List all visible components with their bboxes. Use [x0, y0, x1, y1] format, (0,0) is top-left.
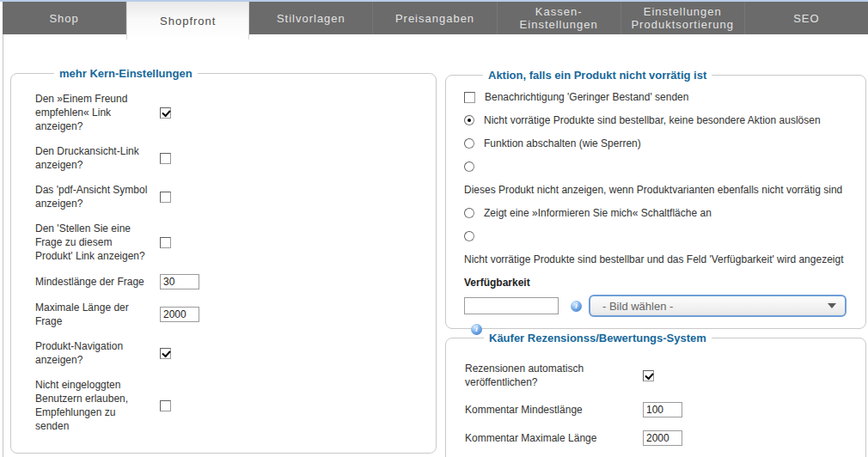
- setting-row: Kommentar Maximale Länge: [465, 430, 859, 446]
- setting-row: Den Druckansicht-Link anzeigen?: [35, 144, 429, 172]
- comment-min-length-input[interactable]: [643, 402, 682, 417]
- panel-reviews-legend: Käufer Rezensionss/Bewertungs-System: [484, 332, 712, 344]
- field-label: Nicht eingeloggten Benutzern erlauben, E…: [35, 378, 150, 433]
- radio-label-below: Dieses Produkt nicht anzeigen, wenn Prod…: [464, 183, 862, 197]
- print-view-checkbox[interactable]: [160, 153, 171, 164]
- radio-label-below: Nicht vorrätige Produkte sind bestellbar…: [464, 253, 862, 266]
- radio-row: [464, 229, 862, 243]
- radio-row: [464, 160, 862, 174]
- tab-shopfront[interactable]: Shopfront: [126, 2, 249, 40]
- panel-out-of-stock-legend: Aktion, falls ein Produkt nicht vorrätig…: [483, 69, 712, 82]
- panel-reviews: Käufer Rezensionss/Bewertungs-System Rez…: [445, 332, 866, 457]
- low-stock-notify-checkbox[interactable]: [464, 92, 475, 103]
- guest-recommend-checkbox[interactable]: [160, 400, 171, 411]
- tab-kassen-einstellungen[interactable]: Kassen-Einstellungen: [498, 2, 621, 34]
- tab-seo[interactable]: SEO: [745, 2, 868, 34]
- field-label: Produkt-Navigation anzeigen?: [35, 339, 150, 367]
- setting-row: Maximale Länge der Frage: [35, 301, 429, 328]
- question-max-length-input[interactable]: [160, 307, 199, 322]
- image-select-dropdown[interactable]: - Bild wählen -: [589, 295, 847, 317]
- setting-row: Rezensionen automatisch veröffentlichen?: [465, 362, 859, 389]
- field-label: Den Druckansicht-Link anzeigen?: [35, 144, 150, 172]
- field-label: Rezensionen automatisch veröffentlichen?: [465, 362, 637, 389]
- notify-me-button-radio[interactable]: [464, 208, 474, 218]
- recommend-friend-checkbox[interactable]: [160, 107, 171, 119]
- comment-max-length-input[interactable]: [643, 430, 682, 446]
- field-label: Benachrichtigung 'Geringer Bestand' send…: [485, 91, 688, 103]
- setting-row: Den »Einem Freund empfehlen« Link anzeig…: [35, 92, 429, 133]
- setting-row: Benachrichtigung 'Geringer Bestand' send…: [464, 90, 862, 104]
- orderable-no-action-radio[interactable]: [464, 115, 474, 125]
- question-min-length-input[interactable]: [160, 274, 199, 289]
- radio-label: Funktion abschalten (wie Sperren): [484, 137, 641, 149]
- radio-label: Zeigt eine »Informieren Sie mich« Schalt…: [484, 207, 712, 219]
- field-label: Kommentar Maximale Länge: [465, 431, 637, 445]
- auto-publish-reviews-checkbox[interactable]: [643, 370, 654, 381]
- disable-function-radio[interactable]: [464, 138, 474, 149]
- availability-label: Verfügbarkeit: [464, 276, 862, 289]
- radio-row: Zeigt eine »Informieren Sie mich« Schalt…: [464, 206, 862, 220]
- image-select-value: - Bild wählen -: [602, 300, 828, 313]
- field-label: Das 'pdf-Ansicht Symbol anzeigen?: [35, 183, 150, 210]
- field-label: Den 'Stellen Sie eine Frage zu diesem Pr…: [35, 222, 150, 263]
- setting-row: Kommentar Mindestlänge: [465, 402, 859, 417]
- radio-row: Nicht vorrätige Produkte sind bestellbar…: [464, 113, 862, 127]
- page-left-border: [3, 34, 3, 457]
- field-label: Kommentar Mindestlänge: [465, 403, 637, 417]
- setting-row: Den 'Stellen Sie eine Frage zu diesem Pr…: [35, 222, 429, 263]
- info-icon[interactable]: i: [571, 301, 582, 312]
- setting-row: Nicht eingeloggten Benutzern erlauben, E…: [35, 378, 429, 433]
- radio-row: Funktion abschalten (wie Sperren): [464, 137, 862, 150]
- panel-out-of-stock: Aktion, falls ein Produkt nicht vorrätig…: [445, 69, 866, 329]
- radio-label: Nicht vorrätige Produkte sind bestellbar…: [484, 114, 821, 126]
- tab-einstellungen-produktsortierung[interactable]: Einstellungen Produktsortierung: [621, 2, 745, 34]
- pdf-view-checkbox[interactable]: [160, 192, 171, 203]
- tab-stilvorlagen[interactable]: Stilvorlagen: [249, 2, 373, 34]
- orderable-show-availability-radio[interactable]: [464, 231, 474, 241]
- field-label: Den »Einem Freund empfehlen« Link anzeig…: [35, 92, 150, 133]
- availability-input[interactable]: [464, 297, 559, 314]
- panel-core-settings: mehr Kern-Einstellungen Den »Einem Freun…: [10, 67, 437, 454]
- setting-row: Mindestlänge der Frage: [35, 274, 429, 289]
- tab-bar: Shop Shopfront Stilvorlagen Preisangaben…: [3, 2, 868, 34]
- field-label: Maximale Länge der Frage: [35, 301, 150, 328]
- availability-controls-row: i - Bild wählen -: [464, 295, 862, 317]
- hide-product-radio[interactable]: [464, 161, 474, 172]
- tab-preisangaben[interactable]: Preisangaben: [373, 2, 497, 34]
- panel-core-settings-legend: mehr Kern-Einstellungen: [54, 67, 198, 80]
- ask-question-checkbox[interactable]: [160, 237, 171, 248]
- setting-row: Produkt-Navigation anzeigen?: [35, 339, 429, 367]
- chevron-down-icon: [828, 303, 836, 308]
- tab-shop[interactable]: Shop: [3, 2, 126, 34]
- setting-row: Das 'pdf-Ansicht Symbol anzeigen?: [35, 183, 429, 210]
- product-navigation-checkbox[interactable]: [160, 348, 171, 359]
- field-label: Mindestlänge der Frage: [35, 275, 150, 289]
